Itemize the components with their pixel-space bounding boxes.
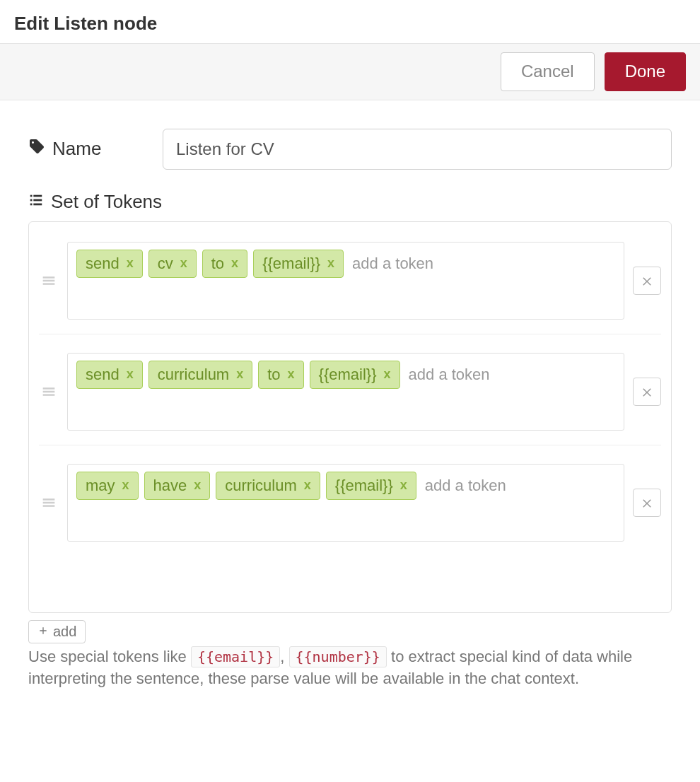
token-text: curriculum	[225, 477, 296, 495]
token-remove-icon[interactable]: x	[194, 478, 201, 494]
svg-rect-14	[43, 505, 55, 507]
svg-rect-10	[43, 391, 55, 393]
svg-rect-12	[43, 498, 55, 501]
drag-handle-icon[interactable]	[39, 496, 59, 510]
add-row-label: add	[53, 624, 76, 640]
edit-listen-dialog: Edit Listen node Cancel Done Name Set of…	[0, 0, 700, 704]
svg-rect-9	[43, 387, 55, 390]
token-remove-icon[interactable]: x	[127, 367, 134, 383]
svg-rect-3	[33, 199, 42, 201]
token-text: have	[153, 477, 187, 495]
tag-icon	[28, 138, 45, 160]
dialog-header: Edit Listen node	[0, 0, 700, 44]
help-token-number: {{number}}	[289, 646, 387, 667]
svg-rect-4	[30, 203, 33, 205]
token-tag: havex	[144, 472, 211, 500]
add-token-placeholder[interactable]: add a token	[422, 472, 509, 499]
name-input[interactable]	[163, 129, 672, 170]
token-tag: {{email}}x	[326, 472, 416, 500]
token-text: curriculum	[158, 366, 229, 384]
token-row: sendxcurriculumxtox{{email}}xadd a token	[39, 347, 661, 445]
token-remove-icon[interactable]: x	[327, 256, 334, 272]
name-label-text: Name	[52, 138, 101, 160]
token-row: sendxcvxtox{{email}}xadd a token	[39, 236, 661, 334]
drag-handle-icon[interactable]	[39, 274, 59, 288]
token-tag: curriculumx	[148, 361, 252, 389]
token-tag: sendx	[76, 361, 143, 389]
plus-icon	[37, 624, 49, 640]
svg-rect-5	[33, 203, 42, 205]
help-sep: ,	[280, 648, 288, 665]
token-remove-icon[interactable]: x	[304, 478, 311, 494]
token-text: send	[86, 366, 119, 384]
token-remove-icon[interactable]: x	[122, 478, 129, 494]
token-input-box[interactable]: sendxcurriculumxtox{{email}}xadd a token	[67, 353, 624, 431]
dialog-body: Name Set of Tokens sendxcvxtox{{email}}x…	[0, 100, 700, 704]
token-remove-icon[interactable]: x	[231, 256, 238, 272]
token-text: {{email}}	[319, 366, 377, 384]
dialog-title: Edit Listen node	[14, 13, 157, 34]
token-text: {{email}}	[262, 255, 320, 273]
svg-rect-0	[30, 194, 33, 197]
token-remove-icon[interactable]: x	[400, 478, 407, 494]
add-row-button[interactable]: add	[28, 620, 86, 643]
help-text: Use special tokens like {{email}}, {{num…	[28, 646, 672, 690]
cancel-button[interactable]: Cancel	[501, 52, 595, 91]
svg-rect-1	[33, 194, 42, 197]
token-remove-icon[interactable]: x	[180, 256, 187, 272]
token-input-box[interactable]: mayxhavexcurriculumx{{email}}xadd a toke…	[67, 464, 624, 542]
svg-rect-13	[43, 502, 55, 504]
token-remove-icon[interactable]: x	[236, 367, 243, 383]
svg-rect-2	[30, 199, 33, 201]
token-tag: {{email}}x	[310, 361, 400, 389]
name-field-row: Name	[28, 129, 672, 170]
delete-row-button[interactable]	[633, 378, 661, 406]
token-text: to	[211, 255, 224, 273]
token-text: send	[86, 255, 119, 273]
help-prefix: Use special tokens like	[28, 648, 191, 665]
token-input-box[interactable]: sendxcvxtox{{email}}xadd a token	[67, 242, 624, 320]
svg-rect-8	[43, 283, 55, 285]
dialog-actions: Cancel Done	[0, 44, 700, 100]
tokens-panel: sendxcvxtox{{email}}xadd a tokensendxcur…	[28, 221, 672, 613]
token-tag: sendx	[76, 250, 143, 278]
drag-handle-icon[interactable]	[39, 385, 59, 399]
token-row: mayxhavexcurriculumx{{email}}xadd a toke…	[39, 458, 661, 556]
svg-rect-7	[43, 280, 55, 282]
token-remove-icon[interactable]: x	[384, 367, 391, 383]
token-tag: mayx	[76, 472, 139, 500]
delete-row-button[interactable]	[633, 489, 661, 517]
tokens-section-label: Set of Tokens	[28, 191, 672, 213]
list-icon	[28, 191, 44, 213]
name-field-label: Name	[28, 138, 148, 160]
add-token-placeholder[interactable]: add a token	[349, 250, 436, 277]
token-text: to	[267, 366, 280, 384]
done-button[interactable]: Done	[605, 52, 686, 91]
help-token-email: {{email}}	[191, 646, 280, 667]
token-remove-icon[interactable]: x	[127, 256, 134, 272]
token-tag: tox	[258, 361, 303, 389]
svg-rect-6	[43, 276, 55, 279]
token-tag: {{email}}x	[253, 250, 344, 278]
token-tag: tox	[202, 250, 247, 278]
token-tag: curriculumx	[216, 472, 320, 500]
token-text: cv	[158, 255, 173, 273]
token-remove-icon[interactable]: x	[288, 367, 295, 383]
tokens-label-text: Set of Tokens	[51, 191, 162, 213]
delete-row-button[interactable]	[633, 267, 661, 295]
svg-rect-11	[43, 394, 55, 396]
token-text: may	[86, 477, 115, 495]
add-token-placeholder[interactable]: add a token	[406, 361, 493, 388]
token-text: {{email}}	[335, 477, 393, 495]
token-tag: cvx	[148, 250, 197, 278]
